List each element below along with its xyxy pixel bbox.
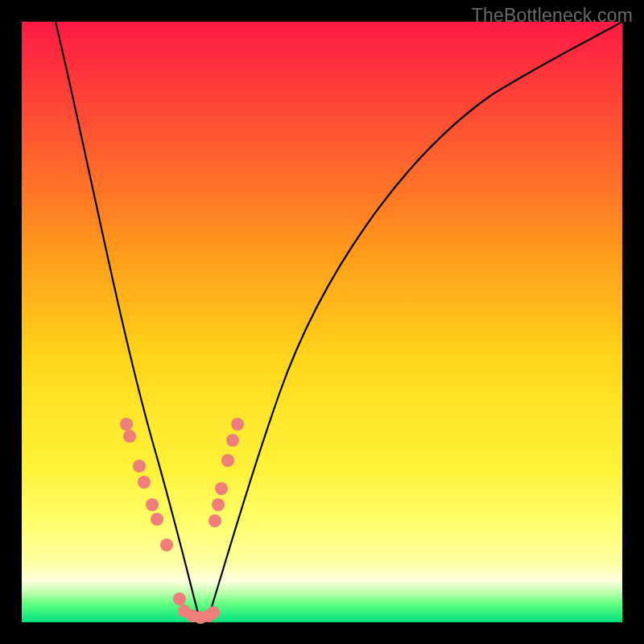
data-dot — [151, 513, 163, 526]
data-dot — [123, 430, 136, 443]
dots-group — [120, 418, 244, 624]
data-dot — [173, 592, 186, 605]
data-dot — [146, 498, 159, 511]
curves-svg — [22, 22, 622, 622]
data-dot — [208, 514, 221, 527]
data-dot — [212, 498, 225, 511]
data-dot — [215, 482, 228, 495]
data-dot — [120, 418, 133, 431]
left-curve — [56, 22, 200, 622]
data-dot — [138, 476, 151, 489]
stage: TheBottleneck.com — [0, 0, 644, 644]
data-dot — [226, 434, 239, 447]
plot-area — [22, 22, 622, 622]
data-dot — [160, 539, 173, 551]
right-curve — [207, 22, 622, 622]
data-dot — [221, 454, 234, 467]
data-dot — [133, 460, 146, 473]
data-dot — [207, 606, 220, 619]
data-dot — [231, 418, 244, 431]
